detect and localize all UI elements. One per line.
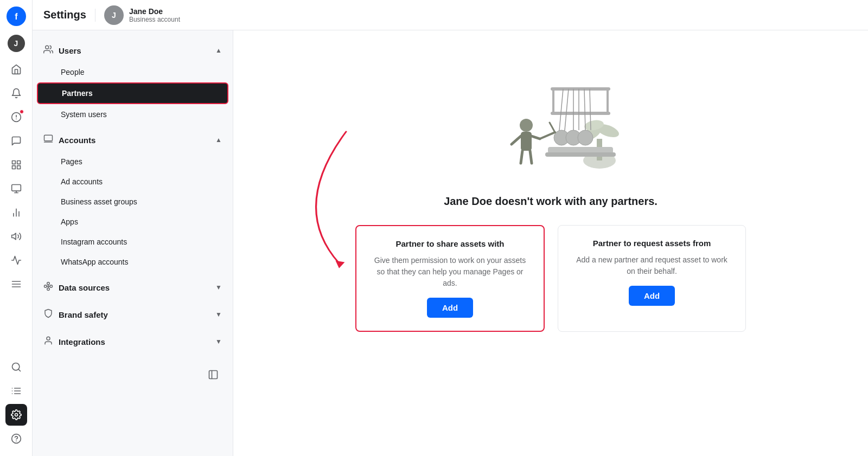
users-chevron-up: ▲ [215, 47, 222, 54]
content-area: Users ▲ People Partners System users [33, 30, 868, 456]
top-header: Settings J Jane Doe Business account [33, 0, 868, 30]
svg-rect-6 [17, 161, 20, 164]
svg-text:f: f [15, 12, 18, 21]
svg-point-30 [46, 46, 49, 49]
accounts-section: Accounts ▲ Pages Ad accounts Business as… [33, 129, 233, 272]
svg-rect-69 [545, 152, 616, 157]
analytics-icon[interactable] [5, 249, 27, 271]
users-items: People Partners System users [33, 62, 233, 124]
illustration [475, 52, 627, 182]
svg-rect-9 [11, 185, 21, 191]
sidebar-item-people[interactable]: People [37, 62, 228, 82]
sidebar-item-system-users[interactable]: System users [37, 105, 228, 124]
partner-request-title: Partner to request assets from [593, 239, 711, 248]
sidebar: Users ▲ People Partners System users [33, 30, 233, 456]
svg-point-27 [15, 414, 17, 416]
svg-line-52 [530, 151, 532, 163]
svg-line-71 [550, 123, 555, 132]
header-separator [95, 9, 95, 22]
header-account-info: Jane Doe Business account [129, 7, 180, 23]
partner-request-add-button[interactable]: Add [629, 286, 675, 306]
sidebar-item-partners[interactable]: Partners [37, 82, 228, 104]
svg-rect-48 [521, 132, 532, 151]
sidebar-item-business-asset-groups[interactable]: Business asset groups [37, 192, 228, 211]
users-section-header[interactable]: Users ▲ [33, 39, 233, 62]
brand-safety-chevron: ▼ [215, 311, 222, 318]
pages-icon[interactable] [5, 178, 27, 200]
messages-icon[interactable] [5, 130, 27, 152]
brand-safety-label: Brand safety [59, 310, 108, 319]
brand-safety-section: Brand safety ▼ [33, 303, 233, 326]
integrations-label: Integrations [59, 337, 105, 346]
svg-point-63 [578, 130, 593, 145]
sidebar-item-ad-accounts[interactable]: Ad accounts [37, 172, 228, 191]
users-section: Users ▲ People Partners System users [33, 39, 233, 124]
accounts-items: Pages Ad accounts Business asset groups … [33, 152, 233, 272]
accounts-section-icon [43, 134, 53, 146]
partner-share-card: Partner to share assets with Give them p… [355, 225, 545, 332]
help-icon[interactable] [5, 428, 27, 449]
sidebar-item-apps[interactable]: Apps [37, 212, 228, 232]
data-sources-label: Data sources [59, 283, 110, 292]
data-sources-chevron: ▼ [215, 284, 222, 291]
partner-share-add-button[interactable]: Add [427, 298, 473, 318]
svg-rect-40 [209, 371, 218, 379]
account-type: Business account [129, 16, 180, 23]
svg-rect-7 [12, 166, 15, 169]
integrations-icon [43, 336, 53, 348]
partner-request-card: Partner to request assets from Add a new… [558, 225, 746, 332]
icon-bar: f J [0, 0, 33, 456]
brand-safety-header[interactable]: Brand safety ▼ [33, 303, 233, 326]
svg-point-47 [520, 119, 533, 132]
empty-state-title: Jane Doe doesn't work with any partners. [444, 195, 658, 208]
settings-icon[interactable] [5, 404, 27, 426]
svg-marker-72 [336, 261, 345, 268]
data-sources-icon [43, 281, 53, 293]
svg-line-51 [521, 151, 522, 163]
data-sources-section: Data sources ▼ [33, 276, 233, 299]
megaphone-icon[interactable] [5, 226, 27, 247]
chart-icon[interactable] [5, 202, 27, 223]
partner-share-title: Partner to share assets with [395, 239, 504, 248]
svg-point-39 [47, 337, 50, 340]
svg-line-20 [18, 369, 20, 371]
search-icon[interactable] [5, 356, 27, 378]
users-section-icon [43, 44, 53, 56]
svg-rect-56 [551, 87, 610, 91]
svg-line-49 [512, 136, 521, 144]
meta-logo[interactable]: f [7, 7, 26, 28]
svg-rect-31 [44, 135, 53, 141]
cards-row: Partner to share assets with Give them p… [355, 225, 746, 332]
accounts-section-label: Accounts [59, 136, 95, 145]
partner-share-desc: Give them permission to work on your ass… [369, 255, 531, 289]
integrations-chevron: ▼ [215, 338, 222, 345]
header-account[interactable]: J Jane Doe Business account [104, 5, 180, 25]
accounts-section-header[interactable]: Accounts ▲ [33, 129, 233, 151]
sidebar-item-whatsapp-accounts[interactable]: WhatsApp accounts [37, 252, 228, 272]
brand-safety-icon [43, 309, 53, 320]
partner-request-desc: Add a new partner and request asset to w… [571, 254, 732, 277]
users-section-label: Users [59, 46, 81, 55]
sidebar-item-pages[interactable]: Pages [37, 152, 228, 171]
data-sources-header[interactable]: Data sources ▼ [33, 276, 233, 299]
svg-line-50 [532, 136, 540, 139]
header-title: Settings [43, 9, 86, 21]
svg-rect-53 [551, 112, 610, 115]
user-avatar[interactable]: J [8, 35, 25, 52]
integrations-header[interactable]: Integrations ▼ [33, 330, 233, 353]
svg-line-70 [540, 132, 555, 139]
sidebar-bottom [33, 357, 233, 392]
svg-marker-15 [11, 233, 16, 240]
svg-rect-8 [17, 166, 20, 169]
home-icon[interactable] [5, 59, 27, 80]
list-icon[interactable] [5, 380, 27, 402]
notifications-icon[interactable] [5, 82, 27, 104]
sidebar-item-instagram-accounts[interactable]: Instagram accounts [37, 232, 228, 252]
notification-dot [20, 110, 24, 114]
collapse-sidebar-icon[interactable] [205, 366, 222, 383]
grid-icon[interactable] [5, 154, 27, 176]
accounts-chevron-up: ▲ [215, 136, 222, 144]
header-account-avatar: J [104, 5, 124, 25]
alerts-icon[interactable] [5, 106, 27, 128]
hamburger-icon[interactable] [5, 273, 27, 295]
